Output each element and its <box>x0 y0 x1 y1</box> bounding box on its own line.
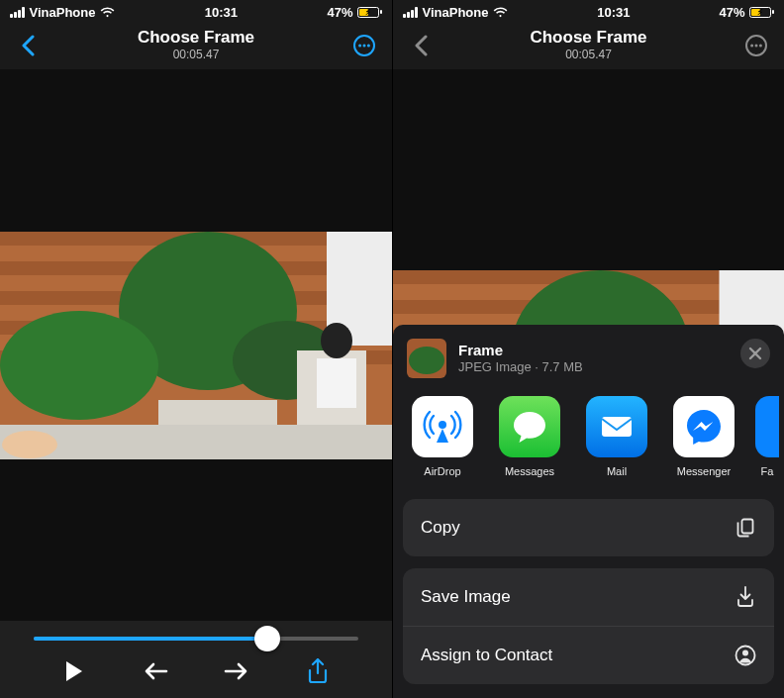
close-icon <box>748 347 762 360</box>
app-label: AirDrop <box>424 465 460 477</box>
mail-icon <box>586 396 647 457</box>
download-icon <box>735 586 756 608</box>
share-actions-group-1: Copy <box>403 499 774 556</box>
share-app-mail[interactable]: Mail <box>581 396 652 477</box>
share-actions-group-2: Save Image Assign to Contact <box>403 568 774 684</box>
action-label: Save Image <box>421 587 511 607</box>
status-bar: VinaPhone 10:31 47% ⚡︎ <box>0 0 392 22</box>
share-sheet-header: Frame JPEG Image · 7.7 MB <box>393 325 784 390</box>
airdrop-icon <box>412 396 473 457</box>
share-thumbnail <box>407 339 446 378</box>
svg-point-22 <box>755 45 758 48</box>
wifi-icon <box>493 7 508 18</box>
carrier-label: VinaPhone <box>30 5 96 20</box>
svg-point-2 <box>363 45 366 48</box>
nav-bar: Choose Frame 00:05.47 <box>393 22 784 69</box>
app-label: Messages <box>505 465 554 477</box>
svg-rect-17 <box>317 358 356 408</box>
svg-rect-43 <box>742 520 753 534</box>
svg-rect-42 <box>602 417 632 437</box>
battery-pct-label: 47% <box>719 5 744 20</box>
partial-app-icon <box>755 396 779 457</box>
share-app-airdrop[interactable]: AirDrop <box>407 396 478 477</box>
status-bar: VinaPhone 10:31 47% ⚡︎ <box>393 0 784 22</box>
share-title-label: Frame <box>458 342 583 360</box>
preview-area <box>0 69 392 621</box>
scrubber-slider[interactable] <box>34 637 358 641</box>
left-pane: VinaPhone 10:31 47% ⚡︎ Choose Frame 00:0… <box>0 0 392 698</box>
share-button[interactable] <box>305 658 331 684</box>
share-apps-row[interactable]: AirDrop Messages Mail Messenger <box>393 390 784 487</box>
clock-label: 10:31 <box>205 5 238 20</box>
signal-icon <box>403 7 418 18</box>
svg-point-40 <box>409 347 444 374</box>
back-button[interactable] <box>407 32 435 59</box>
more-button[interactable] <box>742 32 770 59</box>
messages-icon <box>499 396 560 457</box>
contact-icon <box>735 645 756 666</box>
svg-point-21 <box>750 45 753 48</box>
right-pane: VinaPhone 10:31 47% ⚡︎ Choose Frame 00:0… <box>392 0 784 698</box>
next-frame-button[interactable] <box>224 658 249 684</box>
signal-icon <box>10 7 25 18</box>
wifi-icon <box>100 7 115 18</box>
timecode-label: 00:05.47 <box>42 48 350 61</box>
carrier-label: VinaPhone <box>423 5 489 20</box>
close-button[interactable] <box>740 339 770 368</box>
frame-preview-image <box>0 232 392 459</box>
action-save-image[interactable]: Save Image <box>403 568 774 627</box>
action-label: Assign to Contact <box>421 646 552 665</box>
action-label: Copy <box>421 518 460 538</box>
action-assign-contact[interactable]: Assign to Contact <box>403 627 774 684</box>
svg-point-1 <box>358 45 361 48</box>
battery-pct-label: 47% <box>327 5 352 20</box>
clock-label: 10:31 <box>597 5 630 20</box>
share-app-messenger[interactable]: Messenger <box>668 396 739 477</box>
battery-icon: ⚡︎ <box>749 7 774 18</box>
svg-point-3 <box>367 45 370 48</box>
app-label: Mail <box>607 465 627 477</box>
scrubber-thumb[interactable] <box>254 626 280 651</box>
svg-point-16 <box>321 323 352 358</box>
svg-point-23 <box>759 45 762 48</box>
bottom-controls <box>0 621 392 698</box>
action-copy[interactable]: Copy <box>403 499 774 556</box>
app-label: Fa <box>761 465 774 477</box>
back-button[interactable] <box>14 32 42 59</box>
timecode-label: 00:05.47 <box>435 48 742 61</box>
more-button[interactable] <box>350 32 378 59</box>
share-subtitle-label: JPEG Image · 7.7 MB <box>458 359 583 375</box>
share-sheet: Frame JPEG Image · 7.7 MB AirDrop Messag… <box>393 325 784 698</box>
messenger-icon <box>673 396 735 457</box>
app-label: Messenger <box>677 465 731 477</box>
share-app-messages[interactable]: Messages <box>494 396 565 477</box>
svg-rect-18 <box>0 425 392 459</box>
svg-point-19 <box>2 431 57 458</box>
copy-icon <box>735 517 756 539</box>
nav-bar: Choose Frame 00:05.47 <box>0 22 392 69</box>
prev-frame-button[interactable] <box>143 658 168 684</box>
page-title: Choose Frame <box>42 29 350 48</box>
play-button[interactable] <box>61 658 87 684</box>
svg-point-45 <box>742 650 748 656</box>
svg-point-41 <box>439 421 446 429</box>
svg-point-12 <box>0 311 158 420</box>
page-title: Choose Frame <box>435 29 742 48</box>
share-app-partial[interactable]: Fa <box>755 396 779 477</box>
battery-icon: ⚡︎ <box>357 7 382 18</box>
